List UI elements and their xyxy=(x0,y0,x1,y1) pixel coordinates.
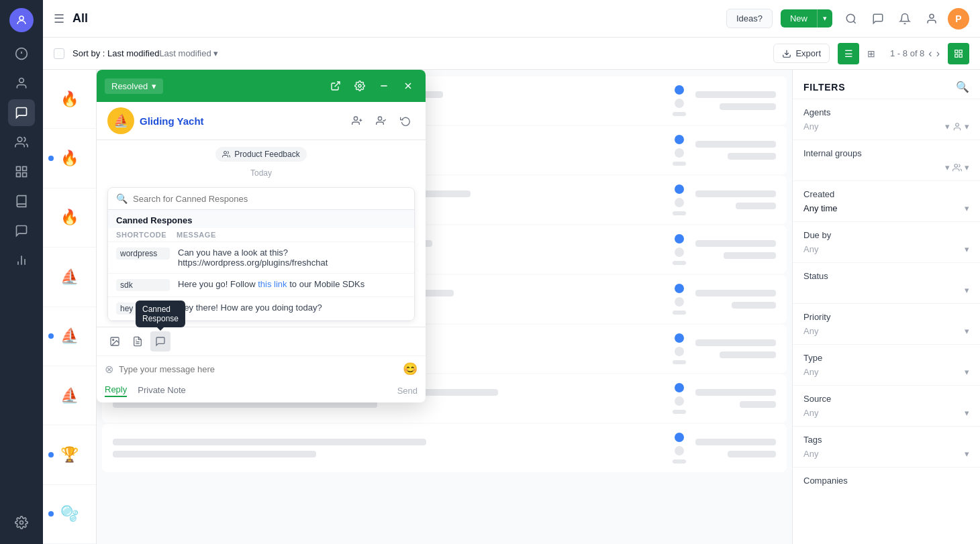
minimize-icon[interactable] xyxy=(375,76,393,95)
list-row[interactable] xyxy=(102,424,787,472)
external-link-icon[interactable] xyxy=(326,76,345,95)
private-note-tab[interactable]: Private Note xyxy=(138,385,186,396)
message-input[interactable] xyxy=(119,364,397,374)
due-by-select[interactable]: Any ▾ xyxy=(803,244,969,254)
svg-point-11 xyxy=(20,521,23,525)
profile-icon[interactable] xyxy=(921,8,942,30)
canned-search-icon: 🔍 xyxy=(116,193,128,204)
canned-columns: SHORTCODE MESSAGE xyxy=(108,228,414,242)
reassign-icon[interactable] xyxy=(372,111,391,130)
conv-item-5[interactable]: ⛵ xyxy=(43,307,96,366)
resolved-button[interactable]: Resolved ▾ xyxy=(105,78,163,94)
next-page-button[interactable]: › xyxy=(936,48,940,60)
conv-item-2[interactable]: 🔥 xyxy=(43,129,96,188)
canned-row-sdk[interactable]: sdk Here you go! Follow this link to our… xyxy=(108,274,414,297)
source-select[interactable]: Any ▾ xyxy=(803,408,969,418)
canned-search-bar: 🔍 xyxy=(108,188,414,210)
svg-line-20 xyxy=(335,82,340,87)
priority-select[interactable]: Any ▾ xyxy=(803,326,969,336)
agents-select[interactable]: Any ▾ ▾ xyxy=(803,121,969,131)
canned-row-wordpress[interactable]: wordpress Can you have a look at this? h… xyxy=(108,242,414,274)
canned-response-toolbar-area: Canned Response xyxy=(150,331,170,351)
sidebar-item-team[interactable] xyxy=(8,129,35,156)
sidebar-item-home[interactable] xyxy=(8,40,35,67)
filters-search-icon[interactable]: 🔍 xyxy=(956,80,969,93)
status-select[interactable]: ▾ xyxy=(803,285,969,295)
image-icon[interactable] xyxy=(105,331,125,351)
sidebar-item-contacts[interactable] xyxy=(8,70,35,97)
sidebar-item-chat[interactable] xyxy=(8,217,35,244)
canned-title-row: Canned Respones xyxy=(108,210,414,228)
article-icon[interactable] xyxy=(128,331,148,351)
today-label: Today xyxy=(97,168,426,178)
shortcode-sdk: sdk xyxy=(116,279,170,291)
ideas-button[interactable]: Ideas? xyxy=(726,9,773,28)
status-label: Status xyxy=(803,271,969,281)
shortcode-col-header: SHORTCODE xyxy=(116,231,177,239)
conv-item-8[interactable]: 🫧 xyxy=(43,485,96,544)
chat-window: Resolved ▾ xyxy=(97,70,426,402)
conv-item-6[interactable]: ⛵ xyxy=(43,366,96,425)
tags-select[interactable]: Any ▾ xyxy=(803,449,969,459)
grid-view-button[interactable]: ⊞ xyxy=(861,43,882,64)
user-avatar[interactable]: P xyxy=(948,8,969,30)
svg-rect-18 xyxy=(955,54,958,57)
list-view-button[interactable]: ☰ xyxy=(838,43,859,64)
svg-point-12 xyxy=(846,14,854,22)
sidebar-item-knowledge[interactable] xyxy=(8,188,35,215)
svg-point-34 xyxy=(956,123,959,126)
unread-dot xyxy=(48,511,54,516)
conv-item-4[interactable]: ⛵ xyxy=(43,248,96,307)
internal-groups-select[interactable]: ▾ ▾ xyxy=(803,162,969,172)
svg-point-21 xyxy=(358,85,361,87)
sidebar-logo[interactable] xyxy=(9,8,34,32)
chat-icon[interactable] xyxy=(867,8,889,30)
conv-item-3[interactable]: 🔥 xyxy=(43,188,96,248)
clear-button[interactable]: ⊗ xyxy=(105,363,113,376)
type-select[interactable]: Any ▾ xyxy=(803,367,969,377)
created-filter: Created Any time ▾ xyxy=(793,180,980,221)
topnav-icons: P xyxy=(840,8,969,30)
search-icon[interactable] xyxy=(840,8,862,30)
chat-contact-avatar: ⛵ xyxy=(107,107,134,134)
sidebar-item-reports[interactable] xyxy=(8,158,35,185)
layout-button[interactable] xyxy=(948,43,969,64)
sidebar-item-analytics[interactable] xyxy=(8,247,35,274)
companies-label: Companies xyxy=(803,476,969,486)
message-col-header: MESSAGE xyxy=(177,231,216,239)
filters-header: FILTERS 🔍 xyxy=(793,70,980,99)
settings-icon[interactable] xyxy=(350,76,369,95)
prev-page-button[interactable]: ‹ xyxy=(928,48,932,60)
tags-filter: Tags Any ▾ xyxy=(793,426,980,467)
new-chevron[interactable]: ▾ xyxy=(818,10,832,27)
created-label: Created xyxy=(803,189,969,199)
svg-point-14 xyxy=(930,14,934,18)
canned-response-button[interactable] xyxy=(150,331,170,351)
canned-search-input[interactable] xyxy=(133,194,406,204)
created-select[interactable]: Any time ▾ xyxy=(803,203,969,213)
new-button-group: New ▾ xyxy=(781,9,832,28)
canned-row-hey[interactable]: hey Hey there! How are you doing today? xyxy=(108,297,414,321)
assign-icon[interactable] xyxy=(348,111,366,130)
new-button[interactable]: New xyxy=(781,9,818,28)
bell-icon[interactable] xyxy=(894,8,916,30)
conv-item-7[interactable]: 🏆 xyxy=(43,425,96,484)
sidebar-item-settings[interactable] xyxy=(8,509,35,536)
select-all-checkbox[interactable] xyxy=(54,48,64,59)
refresh-icon[interactable] xyxy=(396,111,415,130)
chat-subheader: ⛵ Gliding Yacht xyxy=(97,102,426,140)
export-button[interactable]: Export xyxy=(773,44,830,63)
menu-icon[interactable]: ☰ xyxy=(54,11,64,26)
chat-toolbar: Canned Response xyxy=(97,327,426,356)
conv-item-1[interactable]: 🔥 xyxy=(43,70,96,129)
close-icon[interactable] xyxy=(399,76,418,95)
conversation-list: 🔥 🔥 🔥 ⛵ ⛵ ⛵ 🏆 xyxy=(43,70,97,544)
this-link[interactable]: this link xyxy=(258,279,287,289)
svg-rect-16 xyxy=(955,50,958,52)
sort-by-label: Sort by : Last modifiedLast modified ▾ xyxy=(72,48,218,58)
sidebar-item-conversations[interactable] xyxy=(8,99,35,126)
reply-tab[interactable]: Reply xyxy=(105,384,127,397)
send-button[interactable]: Send xyxy=(397,386,418,396)
companies-filter: Companies xyxy=(793,467,980,498)
emoji-button[interactable]: 😊 xyxy=(403,362,418,376)
